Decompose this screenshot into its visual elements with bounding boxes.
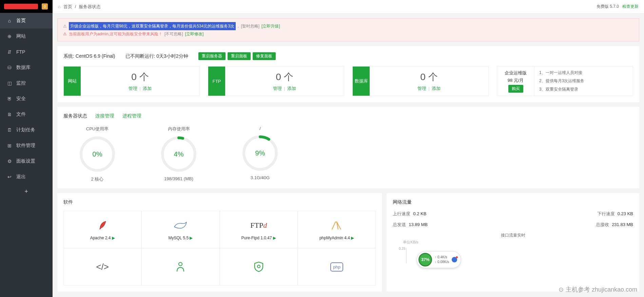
svg-text:0.25: 0.25	[399, 247, 406, 250]
gauge-1: 内存使用率 4% 198/3961 (MB)	[152, 126, 206, 182]
check-update-link[interactable]: 检查更新	[622, 4, 639, 10]
widget-down-rate: 0.08K/s	[437, 260, 449, 264]
nav-label: 首页	[16, 18, 26, 24]
content: ⚠ 升级企业运维版，每月只需98元，送双重安全隔离登录，每月送价值共534元的运…	[53, 14, 644, 297]
uptime-label: 已不间断运行:	[125, 53, 155, 59]
dolphin-icon	[174, 219, 187, 232]
nav-icon: ↩	[7, 174, 12, 180]
connection-mgmt-link[interactable]: 连接管理	[95, 113, 114, 119]
breadcrumb-current: 服务器状态	[79, 4, 101, 10]
alert-banner: ⚠ 升级企业运维版，每月只需98元，送双重安全隔离登录，每月送价值共534元的运…	[57, 18, 639, 41]
sidebar-item-8[interactable]: ⊞软件管理	[0, 138, 53, 153]
software-item-6[interactable]	[220, 248, 298, 285]
software-item-5[interactable]	[141, 248, 219, 285]
warning-icon: ⚠	[63, 30, 67, 38]
dash-count: 0 个	[420, 71, 437, 83]
add-link[interactable]: 添加	[143, 86, 152, 91]
sidebar-item-1[interactable]: ⊕网站	[0, 29, 53, 44]
sidebar-item-5[interactable]: ⛨安全	[0, 91, 53, 107]
app: 0 ⌂首页⊕网站⇵FTP⛁数据库◫监控⛨安全🗎文件🗓计划任务⊞软件管理⚙面板设置…	[0, 0, 644, 297]
software-title: 软件	[63, 199, 376, 205]
feather-icon	[97, 219, 108, 232]
person-icon	[176, 260, 185, 274]
software-item-1[interactable]: MySQL 5.5 ▶	[141, 211, 219, 248]
promo-buy-button[interactable]: 购买	[508, 85, 523, 93]
alert-upgrade-link[interactable]: [立即升级]	[261, 22, 280, 30]
nav-label: 网站	[16, 33, 26, 39]
breadcrumb-home[interactable]: 首页	[63, 4, 72, 10]
dash-tag: 数据库	[353, 67, 370, 96]
sidebar-item-2[interactable]: ⇵FTP	[0, 44, 53, 60]
down-speed-value: 0.23 KB	[618, 211, 633, 216]
sidebar-item-9[interactable]: ⚙面板设置	[0, 153, 53, 169]
manage-link[interactable]: 管理	[417, 86, 426, 91]
nav-label: 安全	[16, 96, 26, 102]
sidebar-item-10[interactable]: ↩退出	[0, 169, 53, 185]
system-label: 系统:	[63, 53, 74, 59]
dash-tag: FTP	[208, 67, 225, 96]
nav-label: 软件管理	[16, 143, 35, 149]
software-item-4[interactable]: </>	[63, 248, 141, 285]
software-item-0[interactable]: Apache 2.4 ▶	[63, 211, 141, 248]
software-item-7[interactable]: php	[298, 248, 376, 285]
floating-speed-widget[interactable]: 37% ↑ 0.4K/s ↓ 0.08K/s	[417, 251, 461, 268]
restart-panel-button[interactable]: 重启面板	[228, 52, 251, 60]
alert-line-1: ⚠ 升级企业运维版，每月只需98元，送双重安全隔离登录，每月送价值共534元的运…	[63, 22, 633, 30]
up-speed-value: 0.2 KB	[413, 211, 426, 216]
promo-point: 2、提供每月3次运维服务	[539, 78, 628, 84]
nav-icon: 🗎	[7, 112, 12, 117]
gauge-label: CPU使用率	[86, 126, 109, 132]
promo-price: 98 元/月	[508, 77, 524, 83]
sidebar-header: 0	[0, 0, 53, 13]
sidebar-item-7[interactable]: 🗓计划任务	[0, 122, 53, 138]
network-speed-row: 上行速度0.2 KB 下行速度0.23 KB	[393, 211, 633, 217]
nav-icon: ⛨	[7, 96, 12, 101]
gauge-2: / 9% 3.1G/40G	[233, 126, 287, 182]
server-status-panel: 服务器状态 连接管理 进程管理 CPU使用率 0% 2 核心 内存使用率 4% …	[57, 107, 639, 188]
alert-ignore-link[interactable]: [暂时忽略]	[241, 22, 259, 30]
svg-point-7	[257, 265, 260, 268]
breadcrumb-sep: /	[75, 4, 76, 9]
restart-server-button[interactable]: 重启服务器	[198, 52, 226, 60]
total-sent-label: 总发送	[393, 222, 406, 227]
system-value: CentOS 6.9 (Final)	[76, 53, 115, 59]
add-link[interactable]: 添加	[287, 86, 296, 91]
total-sent-value: 13.89 MB	[409, 222, 428, 227]
dash-count: 0 个	[276, 71, 293, 83]
widget-expand-icon[interactable]	[452, 257, 457, 262]
promo-title: 企业运维版	[505, 70, 527, 76]
nav-icon: 🗓	[7, 127, 12, 133]
shield-icon	[254, 260, 264, 274]
software-item-3[interactable]: phpMyAdmin 4.4 ▶	[298, 211, 376, 248]
sidebar-item-4[interactable]: ◫监控	[0, 75, 53, 91]
manage-link[interactable]: 管理	[273, 86, 282, 91]
sidebar-item-6[interactable]: 🗎文件	[0, 107, 53, 122]
process-mgmt-link[interactable]: 进程管理	[122, 113, 141, 119]
nav-icon: ◫	[7, 80, 12, 86]
add-link[interactable]: 添加	[432, 86, 441, 91]
notification-badge[interactable]: 0	[42, 3, 48, 10]
repair-panel-button[interactable]: 修复面板	[253, 52, 276, 60]
gauges-row: CPU使用率 0% 2 核心 内存使用率 4% 198/3961 (MB) / …	[63, 126, 633, 182]
alert-fix-link[interactable]: [立即修改]	[185, 30, 204, 38]
nav-label: FTP	[16, 49, 25, 55]
sidebar-add[interactable]: +	[0, 185, 53, 199]
nav-icon: ⊞	[7, 143, 12, 148]
nav-icon: ⚙	[7, 159, 12, 164]
down-speed-label: 下行速度	[597, 211, 615, 216]
watermark-icon: ⊙	[559, 286, 564, 293]
sidebar-item-0[interactable]: ⌂首页	[0, 13, 53, 29]
manage-link[interactable]: 管理	[129, 86, 137, 91]
gauge-value: 4%	[160, 135, 197, 173]
bottom-row: 软件 Apache 2.4 ▶ MySQL 5.5 ▶ FTPd Pure-Ft…	[57, 193, 639, 292]
main: ⌂ 首页 / 服务器状态 免费版 5.7.0 检查更新 ⚠ 升级企业运维版，每月…	[53, 0, 644, 297]
breadcrumb: ⌂ 首页 / 服务器状态	[58, 4, 101, 10]
gauge-value: 9%	[241, 134, 279, 172]
software-item-2[interactable]: FTPd Pure-Ftpd 1.0.47 ▶	[220, 211, 298, 248]
network-total-row: 总发送13.89 MB 总接收231.83 MB	[393, 222, 633, 228]
gauge-0: CPU使用率 0% 2 核心	[70, 126, 124, 182]
alert-line-2: ⚠ 当前面板用户为admin,这可能为面板安全带来风险！ [不可忽略] [立即修…	[63, 30, 633, 38]
logo-redacted	[4, 4, 38, 9]
total-recv-label: 总接收	[596, 222, 609, 227]
sidebar-item-3[interactable]: ⛁数据库	[0, 60, 53, 75]
